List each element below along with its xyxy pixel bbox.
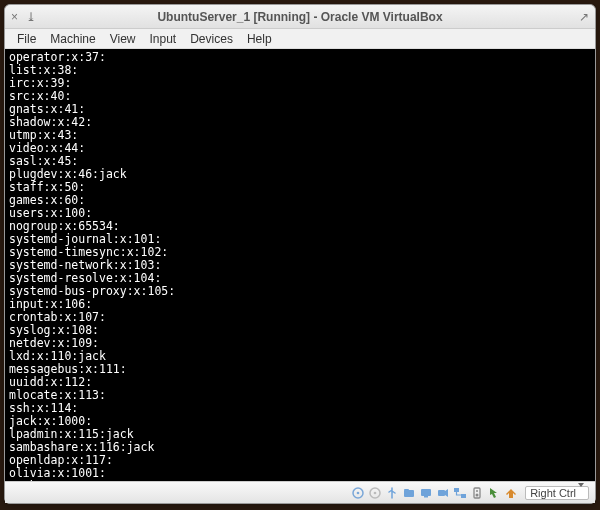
svg-rect-8 — [438, 490, 445, 496]
terminal-output[interactable]: operator:x:37: list:x:38: irc:x:39: src:… — [5, 49, 595, 481]
keyboard-capture-icon[interactable] — [504, 486, 518, 500]
usb-icon[interactable] — [385, 486, 399, 500]
menu-help[interactable]: Help — [241, 31, 278, 47]
svg-rect-7 — [424, 496, 428, 498]
window-title: UbuntuServer_1 [Running] - Oracle VM Vir… — [5, 10, 595, 24]
svg-rect-4 — [404, 490, 414, 497]
menu-input[interactable]: Input — [144, 31, 183, 47]
svg-marker-9 — [445, 489, 448, 497]
menu-view[interactable]: View — [104, 31, 142, 47]
svg-rect-5 — [404, 489, 409, 491]
mouse-integration-icon[interactable] — [487, 486, 501, 500]
statusbar: Right Ctrl — [5, 481, 595, 503]
close-icon[interactable]: × — [11, 10, 18, 24]
chevron-down-icon — [578, 483, 584, 499]
svg-rect-6 — [421, 489, 431, 496]
svg-point-3 — [374, 491, 377, 494]
shared-folder-icon[interactable] — [402, 486, 416, 500]
host-key-indicator[interactable]: Right Ctrl — [525, 486, 589, 500]
menu-devices[interactable]: Devices — [184, 31, 239, 47]
menubar: File Machine View Input Devices Help — [5, 29, 595, 49]
audio-icon[interactable] — [470, 486, 484, 500]
menu-file[interactable]: File — [11, 31, 42, 47]
display-icon[interactable] — [419, 486, 433, 500]
svg-point-1 — [357, 491, 360, 494]
titlebar: × ⤓ UbuntuServer_1 [Running] - Oracle VM… — [5, 5, 595, 29]
svg-point-13 — [476, 490, 478, 492]
svg-rect-10 — [454, 488, 459, 492]
menu-machine[interactable]: Machine — [44, 31, 101, 47]
svg-point-14 — [476, 493, 479, 496]
network-icon[interactable] — [453, 486, 467, 500]
host-key-label: Right Ctrl — [530, 487, 576, 499]
optical-disk-icon[interactable] — [368, 486, 382, 500]
minimize-icon[interactable]: ⤓ — [26, 10, 36, 24]
recording-icon[interactable] — [436, 486, 450, 500]
resize-icon[interactable]: ↗ — [579, 10, 589, 24]
hard-disk-icon[interactable] — [351, 486, 365, 500]
virtualbox-window: × ⤓ UbuntuServer_1 [Running] - Oracle VM… — [4, 4, 596, 504]
svg-rect-11 — [461, 494, 466, 498]
